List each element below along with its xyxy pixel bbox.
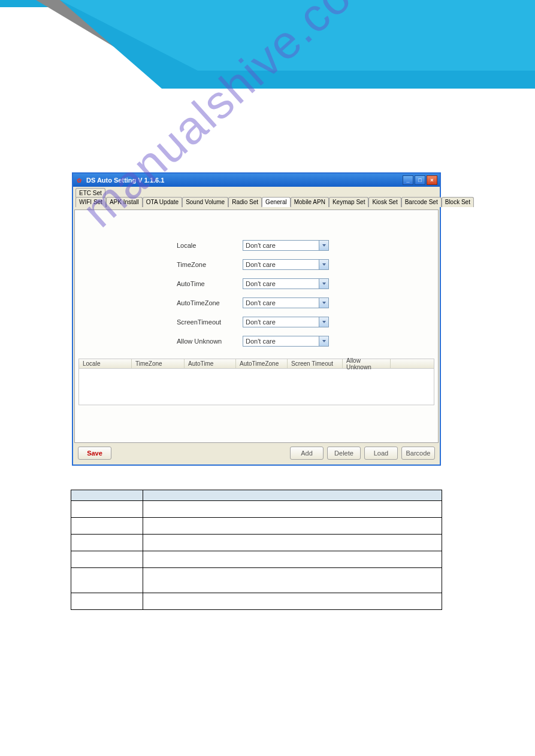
tab-etc-set[interactable]: ETC Set xyxy=(75,188,105,198)
app-window: ✿ DS Auto Setting V 1.1.6.1 _ □ × ETC Se… xyxy=(72,172,441,466)
tab-barcode-set[interactable]: Barcode Set xyxy=(401,197,442,207)
col-screentimeout[interactable]: Screen Timeout xyxy=(288,359,343,368)
app-icon: ✿ xyxy=(75,177,83,184)
table-row xyxy=(71,551,442,568)
combo-allowunknown[interactable]: Don't care xyxy=(243,336,329,347)
tab-kiosk-set[interactable]: Kiosk Set xyxy=(368,197,401,207)
row-autotime: AutoTime Don't care xyxy=(177,278,438,289)
titlebar: ✿ DS Auto Setting V 1.1.6.1 _ □ × xyxy=(73,174,440,187)
cell-name xyxy=(71,568,143,593)
combo-timezone[interactable]: Don't care xyxy=(243,259,329,270)
combo-screentimeout-value: Don't care xyxy=(246,318,276,326)
cell-name xyxy=(71,535,143,551)
tab-sound-volume[interactable]: Sound Volume xyxy=(182,197,228,207)
table-row xyxy=(71,518,442,535)
combo-autotime[interactable]: Don't care xyxy=(243,278,329,289)
col-autotime[interactable]: AutoTime xyxy=(185,359,236,368)
tab-row-main: WIFI Set APK Install OTA Update Sound Vo… xyxy=(74,197,439,207)
row-autotimezone: AutoTimeZone Don't care xyxy=(177,297,438,308)
cell-name xyxy=(71,593,143,610)
page-banner xyxy=(0,0,535,108)
cell-desc xyxy=(143,593,442,610)
tab-keymap-set[interactable]: Keymap Set xyxy=(329,197,368,207)
tab-radio-set[interactable]: Radio Set xyxy=(228,197,262,207)
table-row xyxy=(71,501,442,518)
col-autotimezone[interactable]: AutoTimeZone xyxy=(236,359,288,368)
cell-desc xyxy=(143,568,442,593)
maximize-button[interactable]: □ xyxy=(415,175,425,185)
barcode-button[interactable]: Barcode xyxy=(401,447,435,460)
chevron-down-icon xyxy=(319,260,328,269)
tab-apk-install[interactable]: APK Install xyxy=(106,197,143,207)
combo-locale-value: Don't care xyxy=(246,242,276,249)
chevron-down-icon xyxy=(319,279,328,289)
cell-desc xyxy=(143,535,442,551)
col-timezone[interactable]: TimeZone xyxy=(132,359,185,368)
load-button[interactable]: Load xyxy=(364,447,398,460)
label-autotimezone: AutoTimeZone xyxy=(177,299,243,306)
combo-autotime-value: Don't care xyxy=(246,280,276,287)
combo-autotimezone[interactable]: Don't care xyxy=(243,297,329,308)
row-screentimeout: ScreenTimeout Don't care xyxy=(177,317,438,327)
chevron-down-icon xyxy=(319,298,328,308)
app-body: ETC Set WIFI Set APK Install OTA Update … xyxy=(73,187,440,464)
tab-wifi-set[interactable]: WIFI Set xyxy=(75,197,106,207)
row-allowunknown: Allow Unknown Don't care xyxy=(177,336,438,347)
tab-mobile-apn[interactable]: Mobile APN xyxy=(291,197,329,207)
label-autotime: AutoTime xyxy=(177,280,243,287)
label-allowunknown: Allow Unknown xyxy=(177,338,243,345)
list-header-row: Locale TimeZone AutoTime AutoTimeZone Sc… xyxy=(79,359,434,369)
chevron-down-icon xyxy=(319,336,328,346)
tab-row-top: ETC Set xyxy=(74,188,439,198)
save-button[interactable]: Save xyxy=(78,447,111,460)
tab-ota-update[interactable]: OTA Update xyxy=(143,197,182,207)
tab-panel-general: Locale Don't care TimeZone Don't care Au… xyxy=(74,210,439,443)
cell-desc xyxy=(143,501,442,518)
info-header-name xyxy=(71,490,143,501)
combo-locale[interactable]: Don't care xyxy=(243,240,329,251)
label-screentimeout: ScreenTimeout xyxy=(177,318,243,326)
chevron-down-icon xyxy=(319,317,328,327)
list-body[interactable] xyxy=(79,369,434,405)
list-area: Locale TimeZone AutoTime AutoTimeZone Sc… xyxy=(78,359,434,405)
form-area: Locale Don't care TimeZone Don't care Au… xyxy=(177,240,438,347)
combo-timezone-value: Don't care xyxy=(246,261,276,268)
minimize-button[interactable]: _ xyxy=(403,175,413,185)
label-timezone: TimeZone xyxy=(177,261,243,268)
tab-general[interactable]: General xyxy=(262,197,291,207)
row-timezone: TimeZone Don't care xyxy=(177,259,438,270)
combo-screentimeout[interactable]: Don't care xyxy=(243,317,329,327)
info-table xyxy=(71,490,442,610)
window-title: DS Auto Setting V 1.1.6.1 xyxy=(86,177,164,184)
col-locale[interactable]: Locale xyxy=(79,359,132,368)
combo-allowunknown-value: Don't care xyxy=(246,338,276,345)
close-button[interactable]: × xyxy=(427,175,437,185)
label-locale: Locale xyxy=(177,242,243,249)
cell-desc xyxy=(143,551,442,568)
tab-block-set[interactable]: Block Set xyxy=(442,197,474,207)
info-header-desc xyxy=(143,490,442,501)
cell-name xyxy=(71,518,143,535)
cell-desc xyxy=(143,518,442,535)
row-locale: Locale Don't care xyxy=(177,240,438,251)
table-row xyxy=(71,568,442,593)
cell-name xyxy=(71,551,143,568)
table-row xyxy=(71,535,442,551)
window-controls: _ □ × xyxy=(403,175,437,185)
delete-button[interactable]: Delete xyxy=(327,447,361,460)
add-button[interactable]: Add xyxy=(290,447,324,460)
chevron-down-icon xyxy=(319,241,328,250)
col-allowunknown[interactable]: Allow Unknown xyxy=(343,359,391,368)
combo-autotimezone-value: Don't care xyxy=(246,299,276,306)
action-row: Save Add Delete Load Barcode xyxy=(74,443,439,461)
cell-name xyxy=(71,501,143,518)
table-row xyxy=(71,593,442,610)
